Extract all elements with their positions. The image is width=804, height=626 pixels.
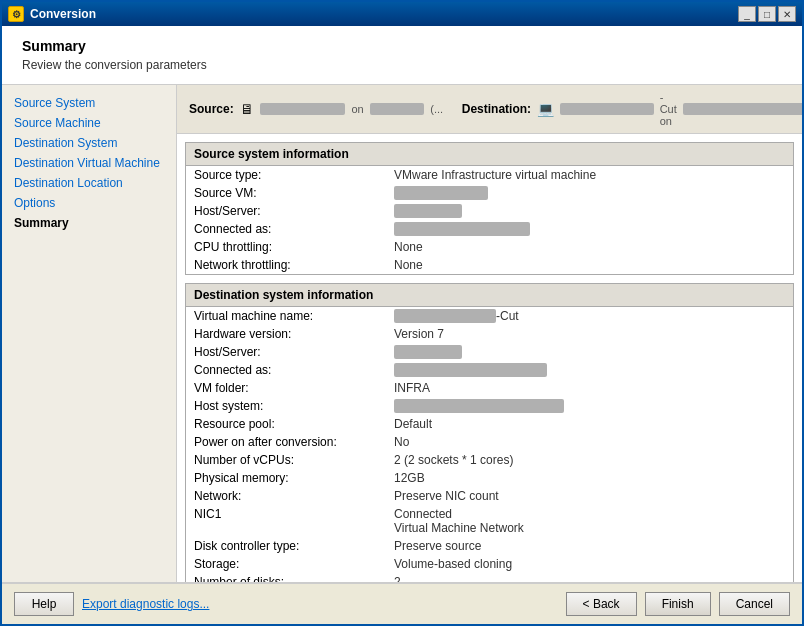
label-cpu-throttling: CPU throttling: <box>186 238 386 256</box>
cancel-button[interactable]: Cancel <box>719 592 790 616</box>
label-resource-pool: Resource pool: <box>186 415 386 433</box>
source-label: Source: <box>189 102 234 116</box>
value-vm-name: ████████████-Cut <box>386 307 793 325</box>
value-storage: Volume-based cloning <box>386 555 793 573</box>
source-machine-text: ███████████ <box>260 103 346 115</box>
value-disk-controller: Preserve source <box>386 537 793 555</box>
info-bar: Source: 🖥 ███████████ on ███████ (... De… <box>177 85 802 134</box>
value-cpu-throttling: None <box>386 238 793 256</box>
label-host-system: Host system: <box>186 397 386 415</box>
source-info-table: Source type: VMware Infrastructure virtu… <box>186 166 793 274</box>
sidebar-item-destination-virtual-machine[interactable]: Destination Virtual Machine <box>2 153 176 173</box>
value-dest-host-server: ████████ <box>386 343 793 361</box>
source-system-section: Source system information Source type: V… <box>185 142 794 275</box>
table-row: Storage: Volume-based cloning <box>186 555 793 573</box>
label-disk-controller: Disk controller type: <box>186 537 386 555</box>
source-icon: 🖥 <box>240 101 254 117</box>
sidebar-item-destination-location[interactable]: Destination Location <box>2 173 176 193</box>
table-row: VM folder: INFRA <box>186 379 793 397</box>
back-button[interactable]: < Back <box>566 592 637 616</box>
close-button[interactable]: ✕ <box>778 6 796 22</box>
label-source-vm: Source VM: <box>186 184 386 202</box>
value-vm-folder: INFRA <box>386 379 793 397</box>
title-bar-left: ⚙ Conversion <box>8 6 96 22</box>
label-num-disks: Number of disks: <box>186 573 386 582</box>
table-row: Connected as: ████████████████ <box>186 220 793 238</box>
label-storage: Storage: <box>186 555 386 573</box>
label-vcpus: Number of vCPUs: <box>186 451 386 469</box>
table-row: Disk controller type: Preserve source <box>186 537 793 555</box>
destination-section-header: Destination system information <box>186 284 793 307</box>
value-num-disks: 2 <box>386 573 793 582</box>
table-row: Host/Server: ████████ <box>186 343 793 361</box>
help-button[interactable]: Help <box>14 592 74 616</box>
page-subtitle: Review the conversion parameters <box>22 58 782 72</box>
label-hw-version: Hardware version: <box>186 325 386 343</box>
content-area[interactable]: Source system information Source type: V… <box>177 134 802 582</box>
window-icon: ⚙ <box>8 6 24 22</box>
value-dest-connected-as: ██████████████████ <box>386 361 793 379</box>
label-dest-connected-as: Connected as: <box>186 361 386 379</box>
table-row: Physical memory: 12GB <box>186 469 793 487</box>
table-row: Hardware version: Version 7 <box>186 325 793 343</box>
label-source-type: Source type: <box>186 166 386 184</box>
label-memory: Physical memory: <box>186 469 386 487</box>
sidebar-item-destination-system[interactable]: Destination System <box>2 133 176 153</box>
value-network-throttling: None <box>386 256 793 274</box>
value-source-vm: ███████████ <box>386 184 793 202</box>
table-row: Source type: VMware Infrastructure virtu… <box>186 166 793 184</box>
value-hw-version: Version 7 <box>386 325 793 343</box>
value-host-system: ████████████████████ <box>386 397 793 415</box>
table-row: Host system: ████████████████████ <box>186 397 793 415</box>
sidebar-item-source-system[interactable]: Source System <box>2 93 176 113</box>
value-host-server: ████████ <box>386 202 793 220</box>
table-row: Network throttling: None <box>186 256 793 274</box>
value-source-type: VMware Infrastructure virtual machine <box>386 166 793 184</box>
source-section-header: Source system information <box>186 143 793 166</box>
table-row: CPU throttling: None <box>186 238 793 256</box>
export-logs-button[interactable]: Export diagnostic logs... <box>82 592 209 616</box>
footer: Help Export diagnostic logs... < Back Fi… <box>2 582 802 624</box>
label-vm-folder: VM folder: <box>186 379 386 397</box>
value-memory: 12GB <box>386 469 793 487</box>
window-header: Summary Review the conversion parameters <box>2 26 802 85</box>
dest-machine-text: ████████████ <box>560 103 654 115</box>
sidebar-item-options[interactable]: Options <box>2 193 176 213</box>
value-network: Preserve NIC count <box>386 487 793 505</box>
footer-right: < Back Finish Cancel <box>566 592 790 616</box>
main-window: ⚙ Conversion _ □ ✕ Summary Review the co… <box>0 0 804 626</box>
label-vm-name: Virtual machine name: <box>186 307 386 325</box>
table-row: Host/Server: ████████ <box>186 202 793 220</box>
source-ellipsis: (... <box>430 103 443 115</box>
label-power-on: Power on after conversion: <box>186 433 386 451</box>
dest-host-text: █████████████████ <box>683 103 802 115</box>
table-row: Number of vCPUs: 2 (2 sockets * 1 cores) <box>186 451 793 469</box>
table-row: Resource pool: Default <box>186 415 793 433</box>
window-body: Source System Source Machine Destination… <box>2 85 802 582</box>
sidebar: Source System Source Machine Destination… <box>2 85 177 582</box>
finish-button[interactable]: Finish <box>645 592 711 616</box>
label-host-server: Host/Server: <box>186 202 386 220</box>
label-connected-as: Connected as: <box>186 220 386 238</box>
minimize-button[interactable]: _ <box>738 6 756 22</box>
destination-icon: 💻 <box>537 101 554 117</box>
destination-label: Destination: <box>462 102 531 116</box>
source-on-text: on <box>351 103 363 115</box>
table-row: Network: Preserve NIC count <box>186 487 793 505</box>
table-row: Power on after conversion: No <box>186 433 793 451</box>
table-row: Number of disks: 2 <box>186 573 793 582</box>
table-row: NIC1 ConnectedVirtual Machine Network <box>186 505 793 537</box>
table-row: Virtual machine name: ████████████-Cut <box>186 307 793 325</box>
label-nic1: NIC1 <box>186 505 386 537</box>
title-controls: _ □ ✕ <box>738 6 796 22</box>
table-row: Connected as: ██████████████████ <box>186 361 793 379</box>
title-bar: ⚙ Conversion _ □ ✕ <box>2 2 802 26</box>
sidebar-item-source-machine[interactable]: Source Machine <box>2 113 176 133</box>
source-host-text: ███████ <box>370 103 425 115</box>
value-connected-as: ████████████████ <box>386 220 793 238</box>
sidebar-item-summary: Summary <box>2 213 176 233</box>
label-network: Network: <box>186 487 386 505</box>
destination-info-table: Virtual machine name: ████████████-Cut H… <box>186 307 793 582</box>
maximize-button[interactable]: □ <box>758 6 776 22</box>
value-nic1: ConnectedVirtual Machine Network <box>386 505 793 537</box>
